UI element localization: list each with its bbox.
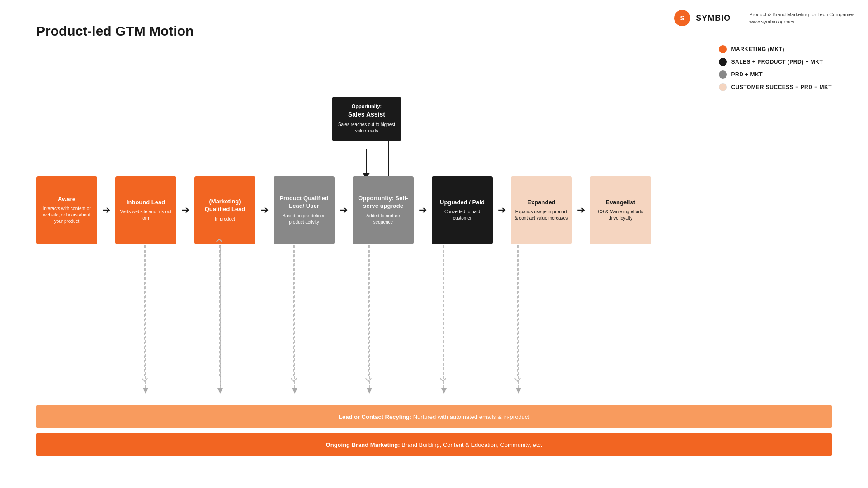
stage-marketing-qualified: (Marketing) Qualified Lead In product bbox=[194, 176, 255, 244]
stage-upgraded-desc: Converted to paid customer bbox=[435, 209, 489, 221]
stage-inbound-lead-desc: Visits website and fills out form bbox=[119, 209, 173, 221]
stage-inbound-lead: Inbound Lead Visits website and fills ou… bbox=[115, 176, 176, 244]
recycling-bar-bold: Lead or Contact Recyling: bbox=[339, 413, 411, 420]
arrow-down-expanded bbox=[514, 375, 521, 382]
vline-pql bbox=[293, 245, 294, 376]
legend-label-customer-success: CUSTOMER SUCCESS + PRD + MKT bbox=[731, 84, 832, 90]
stage-expanded-title: Expanded bbox=[527, 199, 555, 206]
logo-letter: S bbox=[680, 14, 684, 22]
arrow-6: ➔ bbox=[493, 204, 511, 216]
stage-self-serve-desc: Added to nurture sequence bbox=[356, 213, 410, 225]
main-flow: Aware Interacts with content or website,… bbox=[36, 176, 832, 244]
brand-bar-text: Ongoing Brand Marketing: Brand Building,… bbox=[326, 441, 542, 448]
arrow-down-pql bbox=[291, 375, 297, 382]
stage-product-qualified: Product Qualified Lead/ User Based on pr… bbox=[274, 176, 335, 244]
arrow-4: ➔ bbox=[335, 204, 353, 216]
logo-icon: S bbox=[674, 10, 690, 26]
legend-label-marketing: MARKETING (MKT) bbox=[731, 46, 784, 52]
legend-item-sales-product: SALES + PRODUCT (PRD) + MKT bbox=[719, 58, 832, 66]
stage-pql-desc: Based on pre-defined product activity bbox=[277, 213, 331, 225]
brand-bar-detail: Brand Building, Content & Education, Com… bbox=[400, 441, 542, 448]
stage-evangelist: Evangelist CS & Marketing efforts drive … bbox=[590, 176, 651, 244]
recycling-bar: Lead or Contact Recyling: Nurtured with … bbox=[36, 405, 832, 428]
recycling-bar-detail: Nurtured with automated emails & in-prod… bbox=[411, 413, 529, 420]
vline-expanded bbox=[517, 245, 518, 376]
legend-item-marketing: MARKETING (MKT) bbox=[719, 45, 832, 53]
stage-self-serve-title: Opportunity: Self-serve upgrade bbox=[356, 195, 410, 210]
opp-title: Sales Assist bbox=[338, 111, 396, 118]
arrow-5: ➔ bbox=[414, 204, 432, 216]
bottom-bars: Lead or Contact Recyling: Nurtured with … bbox=[36, 405, 832, 461]
stage-evangelist-title: Evangelist bbox=[606, 199, 635, 206]
arrow-2: ➔ bbox=[176, 204, 194, 216]
arrow-7: ➔ bbox=[572, 204, 590, 216]
vline-upgraded bbox=[443, 245, 443, 376]
legend-dot-marketing bbox=[719, 45, 727, 53]
header-divider bbox=[740, 9, 740, 27]
diagram-wrapper: S SYMBIO Product & Brand Marketing for T… bbox=[0, 0, 868, 488]
header-tagline: Product & Brand Marketing for Tech Compa… bbox=[749, 11, 854, 26]
stage-self-serve: Opportunity: Self-serve upgrade Added to… bbox=[353, 176, 414, 244]
header: S SYMBIO Product & Brand Marketing for T… bbox=[674, 9, 854, 27]
logo-name: SYMBIO bbox=[696, 14, 731, 23]
opp-pre-label: Opportunity: bbox=[338, 103, 396, 109]
stage-mql-desc: In product bbox=[215, 216, 235, 222]
legend-dot-customer-success bbox=[719, 83, 727, 91]
stage-mql-title: (Marketing) Qualified Lead bbox=[198, 198, 252, 213]
brand-bar-bold: Ongoing Brand Marketing: bbox=[326, 441, 400, 448]
recycling-bar-text: Lead or Contact Recyling: Nurtured with … bbox=[339, 413, 529, 420]
stage-upgraded-title: Upgraded / Paid bbox=[440, 199, 485, 206]
legend: MARKETING (MKT) SALES + PRODUCT (PRD) + … bbox=[719, 45, 832, 91]
arrow-down-upgraded bbox=[440, 375, 446, 382]
stage-inbound-lead-title: Inbound Lead bbox=[127, 199, 165, 206]
arrow-down-selfserve bbox=[365, 375, 372, 382]
legend-item-prd-mkt: PRD + MKT bbox=[719, 70, 832, 79]
stage-aware-title: Aware bbox=[58, 196, 75, 203]
stage-upgraded-paid: Upgraded / Paid Converted to paid custom… bbox=[432, 176, 493, 244]
stage-expanded: Expanded Expands usage in product & cont… bbox=[511, 176, 572, 244]
stage-pql-title: Product Qualified Lead/ User bbox=[277, 195, 331, 210]
opp-description: Sales reaches out to highest value leads bbox=[338, 122, 396, 134]
opportunity-sales-assist-box: Opportunity: Sales Assist Sales reaches … bbox=[332, 97, 401, 141]
arrow-1: ➔ bbox=[97, 204, 115, 216]
stage-expanded-desc: Expands usage in product & contract valu… bbox=[514, 209, 568, 221]
stage-evangelist-desc: CS & Marketing efforts drive loyalty bbox=[594, 209, 647, 221]
vline-selfserve bbox=[368, 245, 369, 376]
stage-aware: Aware Interacts with content or website,… bbox=[36, 176, 97, 244]
arrow-down-inbound bbox=[142, 375, 148, 382]
vline-inbound bbox=[144, 245, 145, 376]
vline-mql bbox=[219, 245, 220, 376]
legend-label-sales-product: SALES + PRODUCT (PRD) + MKT bbox=[731, 59, 823, 65]
legend-label-prd-mkt: PRD + MKT bbox=[731, 71, 763, 78]
stage-aware-desc: Interacts with content or website, or he… bbox=[40, 206, 94, 225]
legend-dot-sales-product bbox=[719, 58, 727, 66]
page-title: Product-led GTM Motion bbox=[36, 23, 193, 39]
arrow-3: ➔ bbox=[255, 204, 274, 216]
legend-dot-prd-mkt bbox=[719, 70, 727, 79]
legend-item-customer-success: CUSTOMER SUCCESS + PRD + MKT bbox=[719, 83, 832, 91]
brand-bar: Ongoing Brand Marketing: Brand Building,… bbox=[36, 433, 832, 456]
